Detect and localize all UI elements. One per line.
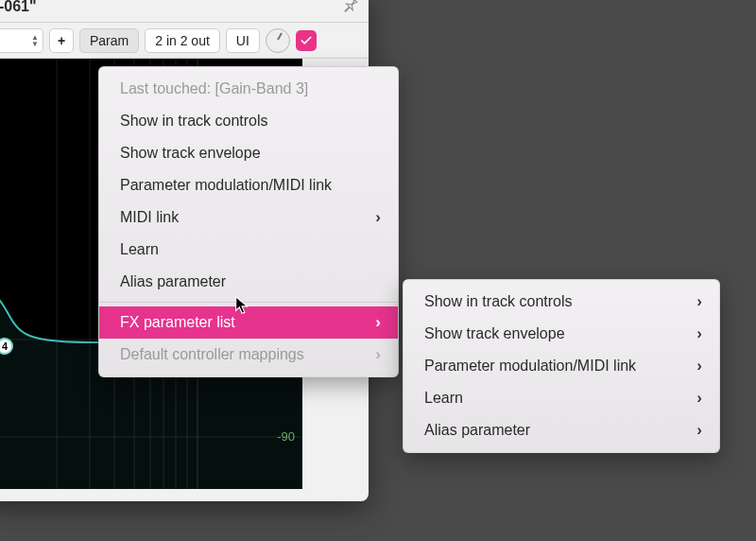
wet-knob[interactable] bbox=[266, 28, 290, 53]
chevron-right-icon: › bbox=[696, 292, 702, 311]
menu-midi-link[interactable]: MIDI link › bbox=[99, 201, 398, 234]
menu-show-track-controls[interactable]: Show in track controls bbox=[99, 105, 398, 137]
chevron-right-icon: › bbox=[696, 357, 702, 375]
menu-fx-param-list[interactable]: FX parameter list › bbox=[99, 306, 398, 339]
menu-alias[interactable]: Alias parameter bbox=[99, 266, 398, 298]
fx-param-list-submenu: Show in track controls › Show track enve… bbox=[403, 279, 720, 453]
io-button[interactable]: 2 in 2 out bbox=[145, 28, 220, 53]
menu-last-touched: Last touched: [Gain-Band 3] bbox=[99, 73, 398, 105]
add-button[interactable]: + bbox=[49, 28, 74, 53]
chevron-right-icon: › bbox=[696, 324, 702, 343]
eq-band-4-label: 4 bbox=[2, 340, 8, 352]
submenu-show-track-envelope[interactable]: Show track envelope › bbox=[404, 318, 719, 350]
menu-learn[interactable]: Learn bbox=[99, 234, 398, 266]
chevron-right-icon: › bbox=[696, 421, 702, 440]
toolbar: ▲▼ + Param 2 in 2 out UI bbox=[0, 23, 369, 59]
submenu-param-mod[interactable]: Parameter modulation/MIDI link › bbox=[404, 350, 719, 382]
titlebar[interactable]: 0-061" bbox=[0, 0, 369, 23]
menu-separator bbox=[99, 302, 398, 303]
enable-checkbox[interactable] bbox=[296, 30, 317, 51]
menu-show-track-envelope[interactable]: Show track envelope bbox=[99, 137, 398, 169]
submenu-show-track-controls[interactable]: Show in track controls › bbox=[404, 286, 719, 318]
pin-icon[interactable] bbox=[342, 0, 359, 17]
window-title: 0-061" bbox=[0, 0, 342, 15]
param-menu: Last touched: [Gain-Band 3] Show in trac… bbox=[98, 66, 399, 377]
submenu-alias[interactable]: Alias parameter › bbox=[404, 414, 719, 446]
menu-default-mappings[interactable]: Default controller mappings › bbox=[99, 339, 398, 371]
param-button[interactable]: Param bbox=[79, 28, 139, 53]
submenu-learn[interactable]: Learn › bbox=[404, 382, 719, 414]
chevron-right-icon: › bbox=[375, 208, 381, 227]
chevron-right-icon: › bbox=[375, 313, 381, 332]
caret-updown-icon: ▲▼ bbox=[31, 34, 39, 47]
chevron-right-icon: › bbox=[375, 345, 381, 364]
db-label-90: -90 bbox=[277, 429, 295, 444]
chevron-right-icon: › bbox=[696, 389, 702, 408]
ui-button[interactable]: UI bbox=[226, 28, 260, 53]
preset-dropdown[interactable]: ▲▼ bbox=[0, 28, 43, 53]
menu-param-mod[interactable]: Parameter modulation/MIDI link bbox=[99, 169, 398, 201]
